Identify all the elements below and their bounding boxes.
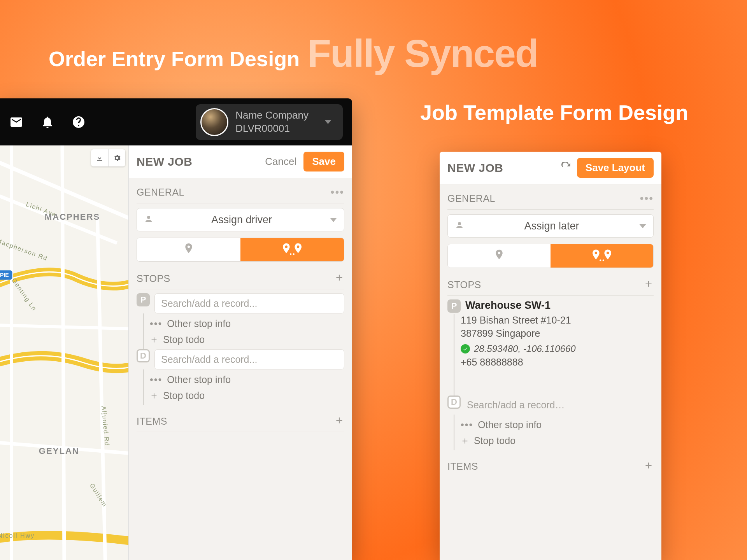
pickup-address-2: 387899 Singapore <box>461 327 654 340</box>
person-icon <box>455 220 464 231</box>
heading-left: Order Entry Form Design <box>49 47 300 71</box>
stop-todo-button[interactable]: Stop todo <box>150 390 344 401</box>
order-entry-panel: Name Company DLVR00001 Lichi <box>0 98 352 560</box>
dropoff-search-input[interactable] <box>154 349 344 369</box>
pickup-phone: +65 88888888 <box>461 357 654 368</box>
job-mode-toggle <box>447 244 654 268</box>
section-items: ITEMS <box>447 461 478 472</box>
map[interactable]: Lichi Ave MACPHERS Macpherson Rd Genting… <box>0 145 128 560</box>
svg-point-4 <box>293 253 295 255</box>
map-label: GEYLAN <box>39 446 79 456</box>
assign-later-label: Assign later <box>464 220 639 232</box>
add-item-button[interactable] <box>644 460 654 472</box>
mode-single[interactable] <box>137 238 240 261</box>
pickup-coords: 28.593480, -106.110660 <box>461 343 654 354</box>
svg-point-3 <box>290 253 291 255</box>
avatar <box>200 108 228 136</box>
pickup-address-1: 119 Bishan Street #10-21 <box>461 314 654 327</box>
other-stop-info-button[interactable]: ••• Other stop info <box>150 318 344 329</box>
assign-driver-label: Assign driver <box>153 214 330 226</box>
section-general: GENERAL <box>137 187 184 198</box>
map-controls <box>91 149 125 166</box>
other-stop-info-button[interactable]: ••• Other stop info <box>461 419 654 430</box>
pickup-badge-icon: P <box>137 293 150 306</box>
assign-driver-select[interactable]: Assign driver <box>137 208 344 231</box>
save-layout-button[interactable]: Save Layout <box>577 158 654 178</box>
mode-single[interactable] <box>448 244 551 268</box>
refresh-button[interactable] <box>561 162 572 174</box>
form-title: NEW JOB <box>137 155 193 168</box>
add-item-button[interactable] <box>334 415 344 427</box>
map-settings-button[interactable] <box>108 149 125 166</box>
section-general: GENERAL <box>447 193 495 204</box>
map-label: Nicoll Hwy <box>0 532 35 539</box>
mode-multi[interactable] <box>240 238 344 261</box>
heading-right: Job Template Form Design <box>420 100 688 124</box>
mail-icon[interactable] <box>9 115 23 129</box>
stop-todo-button[interactable]: Stop todo <box>461 435 654 446</box>
add-stop-button[interactable] <box>334 273 344 284</box>
section-more-icon[interactable]: ••• <box>640 192 654 205</box>
job-mode-toggle <box>137 238 344 262</box>
other-stop-info-button[interactable]: ••• Other stop info <box>150 374 344 385</box>
cancel-button[interactable]: Cancel <box>265 156 296 168</box>
svg-point-6 <box>603 259 604 261</box>
form-title: NEW JOB <box>447 161 503 175</box>
section-stops: STOPS <box>447 279 481 290</box>
assign-later-select[interactable]: Assign later <box>447 214 654 238</box>
dropoff-badge-icon: D <box>447 396 461 409</box>
check-icon <box>461 344 470 354</box>
svg-point-5 <box>600 259 601 261</box>
section-more-icon[interactable]: ••• <box>331 186 344 198</box>
person-icon <box>144 214 153 225</box>
help-icon[interactable] <box>72 115 86 129</box>
pickup-name: Warehouse SW-1 <box>465 299 654 312</box>
map-download-button[interactable] <box>91 149 108 166</box>
section-stops: STOPS <box>137 273 170 284</box>
chevron-down-icon <box>330 218 337 222</box>
account-name: Name Company <box>235 109 309 122</box>
chevron-down-icon <box>325 120 331 124</box>
pickup-search-input[interactable] <box>154 293 344 313</box>
dropoff-badge-icon: D <box>137 349 150 362</box>
map-label: MACPHERS <box>45 212 100 222</box>
account-id: DLVR00001 <box>235 122 309 135</box>
job-template-panel: NEW JOB Save Layout GENERAL ••• Assign l… <box>440 152 661 560</box>
stop-todo-button[interactable]: Stop todo <box>150 334 344 345</box>
svg-text:PIE: PIE <box>0 272 9 278</box>
bell-icon[interactable] <box>40 115 54 129</box>
mode-multi[interactable] <box>551 244 653 268</box>
road-badge-pie: PIE <box>0 270 12 280</box>
new-job-form: NEW JOB Cancel Save GENERAL ••• Assign d… <box>128 145 352 560</box>
pickup-badge-icon: P <box>447 299 461 313</box>
dropoff-search-input[interactable]: Search/add a record… <box>465 396 654 415</box>
chevron-down-icon <box>639 224 646 228</box>
add-stop-button[interactable] <box>644 279 654 290</box>
topbar: Name Company DLVR00001 <box>0 98 352 145</box>
save-button[interactable]: Save <box>303 152 344 172</box>
section-items: ITEMS <box>137 416 167 427</box>
heading-main: Fully Synced <box>307 31 538 76</box>
account-switcher[interactable]: Name Company DLVR00001 <box>196 104 343 140</box>
